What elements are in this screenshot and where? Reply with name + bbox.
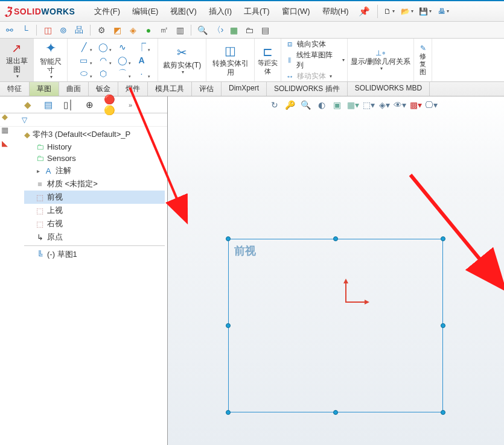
vp-rotate-icon[interactable]: ◐ — [315, 99, 328, 111]
tree-sketch1[interactable]: ╚(-) 草图1 — [24, 248, 165, 261]
offset-button[interactable]: ⊏ 等距实体 — [255, 39, 281, 81]
tab-mbd[interactable]: SOLIDWORKS MBD — [348, 82, 430, 96]
menu-tools[interactable]: 工具(T) — [239, 4, 275, 19]
tab-features[interactable]: 特征 — [0, 82, 30, 96]
graphics-viewport[interactable]: ↻ 🔑 🔍 ◐ ▣ ▦▾ ⬚▾ ◈▾ 👁▾ ▩▾ 🖵▾ 前视 — [168, 96, 504, 445]
vb-grid-icon[interactable]: ▦ — [0, 125, 10, 135]
text-icon[interactable]: ㎡ — [158, 24, 170, 36]
slot-tool[interactable]: ⬭▾ — [75, 68, 93, 80]
plane-handle[interactable] — [226, 410, 231, 415]
vp-eye-icon[interactable]: 👁▾ — [394, 99, 407, 111]
fillet-tool[interactable]: ⎾▾ — [133, 41, 151, 53]
save-button[interactable]: 💾▾ — [419, 5, 432, 18]
plane-handle[interactable] — [226, 323, 231, 328]
tree-origin[interactable]: ↳原点 — [24, 230, 165, 244]
plane-handle[interactable] — [441, 236, 445, 241]
link-icon[interactable]: ⚯ — [4, 24, 16, 36]
fm-tab-config-icon[interactable]: ▯│ — [63, 99, 75, 111]
vp-hide-icon[interactable]: ◈▾ — [378, 99, 391, 111]
funnel-icon[interactable]: ▽ — [22, 116, 27, 124]
vb-part-icon[interactable]: ◆ — [0, 112, 10, 122]
vp-area-icon[interactable]: 🔍 — [299, 99, 313, 111]
perp-icon[interactable]: └ — [19, 24, 31, 36]
vp-screen-icon[interactable]: 🖵▾ — [425, 99, 438, 111]
print-button[interactable]: 🖶▾ — [437, 5, 450, 18]
menu-window[interactable]: 窗口(W) — [277, 4, 315, 19]
linear-pattern-button[interactable]: ⦀线性草图阵列▾ — [285, 50, 345, 71]
vp-zoom-icon[interactable]: 🔑 — [284, 99, 297, 111]
excel-icon[interactable]: ▦ — [228, 24, 240, 36]
relations-button[interactable]: ⊥∘ 显示/删除几何关系 ▾ — [348, 39, 414, 81]
tree-top-plane[interactable]: ⬚上视 — [24, 204, 165, 217]
line-tool[interactable]: ╱▾ — [75, 41, 93, 53]
bracket-icon[interactable]: 〈› — [212, 24, 224, 36]
smart-dimension-button[interactable]: ✦ 智能尺寸 ▾ — [34, 39, 68, 81]
tab-plugins[interactable]: SOLIDWORKS 插件 — [267, 82, 348, 96]
fm-more[interactable]: » — [124, 99, 136, 111]
trim-button[interactable]: ✂ 裁剪实体(T) ▾ — [158, 39, 206, 81]
fm-tab-tree-icon[interactable]: ◆ — [22, 99, 34, 111]
tree-sensors[interactable]: 🗀Sensors — [24, 153, 165, 164]
menu-insert[interactable]: 插入(I) — [204, 4, 237, 19]
cube-icon[interactable]: ◩ — [111, 24, 123, 36]
rect-tool[interactable]: ▭▾ — [75, 54, 93, 66]
green-dot-icon[interactable]: ● — [142, 24, 155, 36]
plane-handle[interactable] — [226, 236, 231, 241]
collapse-icon[interactable]: ▸ — [35, 168, 41, 174]
open-button[interactable]: 📂▾ — [401, 5, 414, 18]
vp-view-icon[interactable]: ▦▾ — [346, 99, 360, 111]
tab-mold[interactable]: 模具工具 — [148, 82, 192, 96]
menu-help[interactable]: 帮助(H) — [317, 4, 354, 19]
plane-handle[interactable] — [333, 236, 338, 241]
layers-icon[interactable]: ▤ — [259, 24, 271, 36]
box-icon[interactable]: 🗀 — [243, 24, 255, 36]
menu-edit[interactable]: 编辑(E) — [127, 4, 163, 19]
ellipse-tool[interactable]: ◯▾ — [113, 54, 132, 66]
repair-button[interactable]: ✎ 修复图 — [414, 39, 432, 81]
fm-tab-dim-icon[interactable]: ⊕ — [83, 99, 95, 111]
fm-tab-appearance-icon[interactable]: 🔴🟡 — [104, 99, 116, 111]
circle-tool[interactable]: ◯▾ — [94, 41, 112, 53]
tree-history[interactable]: 🗀History — [24, 141, 165, 153]
text-tool[interactable]: A — [133, 54, 151, 66]
point-tool[interactable]: ·▾ — [133, 68, 151, 80]
col-icon[interactable]: ▥ — [174, 24, 186, 36]
mirror-button[interactable]: ⧈镜向实体 — [285, 39, 326, 49]
menu-file[interactable]: 文件(F) — [89, 4, 125, 19]
shield-icon[interactable]: ◈ — [127, 24, 139, 36]
tab-evaluate[interactable]: 评估 — [192, 82, 222, 96]
fm-tab-property-icon[interactable]: ▤ — [42, 99, 54, 111]
arc-tool[interactable]: ◠▾ — [94, 54, 112, 66]
tab-dimxpert[interactable]: DimXpert — [222, 82, 267, 96]
vp-section-icon[interactable]: ▣ — [331, 99, 344, 111]
pin-icon[interactable]: 📌 — [359, 6, 370, 17]
vp-display-icon[interactable]: ⬚▾ — [362, 99, 375, 111]
tree-material[interactable]: ≡材质 <未指定> — [24, 177, 165, 191]
tab-sketch[interactable]: 草图 — [30, 82, 59, 96]
tree-root[interactable]: ◆ 零件3 (Default<<Default>_P — [24, 129, 165, 140]
tree-right-plane[interactable]: ⬚右视 — [24, 217, 165, 230]
plane-handle[interactable] — [441, 323, 445, 328]
gear-icon[interactable]: ⚙ — [95, 24, 107, 36]
search-icon[interactable]: 🔍 — [196, 24, 208, 36]
plane-handle[interactable] — [333, 410, 338, 415]
quad-icon[interactable]: ◫ — [42, 24, 54, 36]
tab-weldments[interactable]: 焊件 — [118, 82, 148, 96]
hierarchy-icon[interactable]: 品 — [73, 24, 85, 36]
curve-tool[interactable]: ⌒▾ — [113, 68, 132, 80]
tree-front-plane[interactable]: ⬚前视 — [24, 191, 165, 204]
vp-zoom-fit-icon[interactable]: ↻ — [268, 99, 281, 111]
circles-icon[interactable]: ⊚ — [57, 24, 69, 36]
menu-view[interactable]: 视图(V) — [165, 4, 201, 19]
convert-button[interactable]: ◫ 转换实体引用 — [206, 39, 255, 81]
vp-scene-icon[interactable]: ▩▾ — [409, 99, 423, 111]
new-button[interactable]: 🗋▾ — [383, 5, 396, 18]
plane-handle[interactable] — [441, 410, 445, 415]
exit-sketch-button[interactable]: ↗ 退出草图 ▾ — [0, 39, 34, 81]
tab-surface[interactable]: 曲面 — [59, 82, 89, 96]
spline-tool[interactable]: ∿ — [113, 41, 132, 53]
vb-tag-icon[interactable]: ◣ — [0, 139, 10, 148]
sketch-plane-rect[interactable] — [228, 239, 443, 412]
tree-annotations[interactable]: ▸A注解 — [24, 164, 165, 177]
polygon-tool[interactable]: ⬡ — [94, 68, 112, 80]
